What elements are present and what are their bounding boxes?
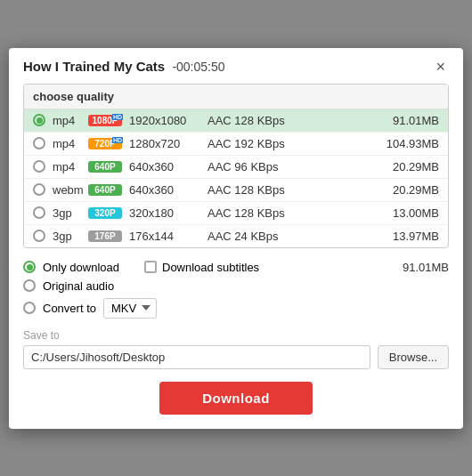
selected-size: 91.01MB: [403, 261, 449, 274]
convert-to-label: Convert to: [43, 302, 96, 315]
quality-badge: 320P: [88, 207, 122, 219]
aac-label: AAC 128 KBps: [208, 183, 297, 197]
saveto-input[interactable]: [23, 345, 370, 369]
size-label: 20.29MB: [393, 160, 439, 173]
convert-to-radio[interactable]: [23, 302, 36, 314]
format-label: mp4: [53, 114, 81, 127]
quality-radio[interactable]: [33, 160, 45, 173]
only-download-label: Only download: [43, 261, 119, 274]
aac-label: AAC 128 KBps: [208, 114, 297, 127]
quality-row[interactable]: mp4640P640x360AAC 96 KBps20.29MB: [24, 156, 448, 179]
download-area: Download: [23, 382, 449, 415]
quality-row[interactable]: webm640P640x360AAC 128 KBps20.29MB: [24, 179, 448, 202]
quality-row[interactable]: mp4720PHD1280x720AAC 192 KBps104.93MB: [24, 133, 448, 156]
size-label: 20.29MB: [393, 183, 439, 197]
quality-badge: 640P: [88, 184, 122, 196]
subtitle-checkbox[interactable]: [144, 261, 157, 273]
quality-header: choose quality: [24, 85, 448, 109]
quality-radio[interactable]: [33, 114, 45, 126]
close-button[interactable]: ×: [432, 59, 449, 75]
quality-radio[interactable]: [33, 183, 45, 196]
quality-badge: 640P: [88, 161, 122, 173]
aac-label: AAC 128 KBps: [208, 206, 297, 220]
size-label: 13.97MB: [393, 230, 439, 243]
browse-button[interactable]: Browse...: [378, 345, 449, 369]
subtitle-area: Download subtitles: [144, 261, 259, 274]
resolution-label: 176x144: [129, 230, 200, 243]
original-audio-label: Original audio: [43, 279, 114, 293]
saveto-row: Browse...: [23, 345, 449, 369]
resolution-label: 640x360: [129, 160, 200, 173]
resolution-label: 1920x1080: [129, 114, 200, 127]
dialog-duration: -00:05:50: [172, 60, 224, 74]
aac-label: AAC 24 KBps: [208, 230, 297, 243]
quality-badge: 176P: [88, 230, 122, 242]
resolution-label: 1280x720: [129, 137, 200, 150]
size-label: 91.01MB: [393, 114, 439, 127]
resolution-label: 320x180: [129, 206, 200, 220]
quality-badge: 720PHD: [88, 138, 122, 149]
quality-radio[interactable]: [33, 137, 45, 149]
dialog-title-text: How I Trained My Cats: [23, 59, 165, 74]
dialog-header: How I Trained My Cats -00:05:50 ×: [23, 59, 449, 75]
convert-to-row: Convert to MKVMP4AVIMOVMP3: [23, 298, 449, 319]
dialog: How I Trained My Cats -00:05:50 × choose…: [9, 48, 463, 429]
only-download-radio[interactable]: [23, 261, 36, 273]
original-audio-radio[interactable]: [23, 279, 36, 292]
only-download-row: Only download Download subtitles 91.01MB: [23, 261, 449, 274]
subtitle-label: Download subtitles: [162, 261, 259, 274]
format-label: webm: [53, 183, 81, 197]
aac-label: AAC 192 KBps: [208, 137, 297, 150]
saveto-label: Save to: [23, 329, 449, 342]
quality-row[interactable]: 3gp320P320x180AAC 128 KBps13.00MB: [24, 202, 448, 225]
quality-box: choose quality mp41080PHD1920x1080AAC 12…: [23, 84, 449, 248]
download-button[interactable]: Download: [159, 382, 313, 415]
format-label: mp4: [53, 137, 81, 150]
quality-badge: 1080PHD: [88, 115, 122, 126]
format-label: mp4: [53, 160, 81, 173]
size-label: 104.93MB: [387, 137, 439, 150]
format-label: 3gp: [53, 206, 81, 220]
dialog-title: How I Trained My Cats -00:05:50: [23, 59, 225, 74]
quality-row[interactable]: mp41080PHD1920x1080AAC 128 KBps91.01MB: [24, 109, 448, 133]
saveto-section: Save to Browse...: [23, 329, 449, 369]
resolution-label: 640x360: [129, 183, 200, 197]
convert-format-select[interactable]: MKVMP4AVIMOVMP3: [103, 298, 157, 319]
original-audio-row: Original audio: [23, 279, 449, 293]
options-area: Only download Download subtitles 91.01MB…: [23, 261, 449, 319]
format-label: 3gp: [53, 230, 81, 243]
size-label: 13.00MB: [393, 206, 439, 220]
quality-radio[interactable]: [33, 230, 45, 242]
quality-row[interactable]: 3gp176P176x144AAC 24 KBps13.97MB: [24, 225, 448, 247]
aac-label: AAC 96 KBps: [208, 160, 297, 173]
quality-radio[interactable]: [33, 206, 45, 219]
